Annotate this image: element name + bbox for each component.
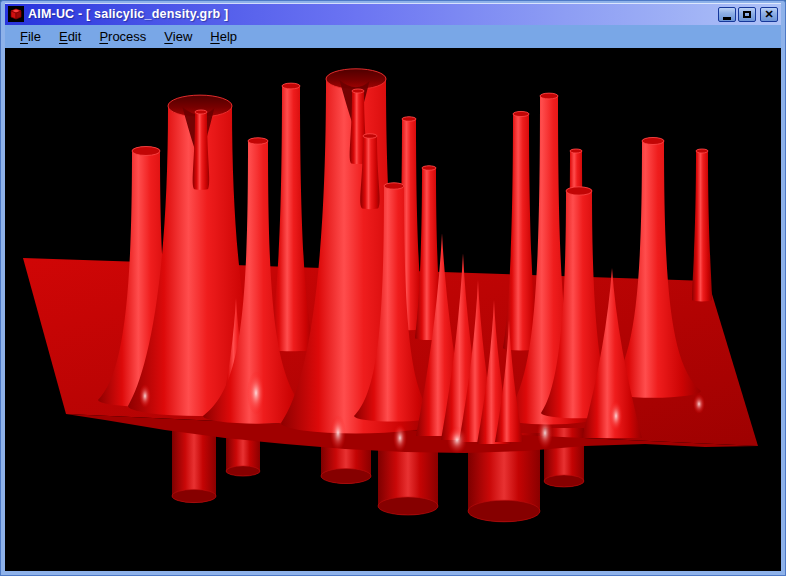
menu-bar: FileEditProcessViewHelp: [5, 25, 781, 48]
title-bar[interactable]: AIM-UC - [ salicylic_density.grb ] ✕: [5, 3, 781, 25]
spike-cap: [402, 117, 416, 121]
spike-opening: [326, 69, 386, 89]
spike-cap: [422, 166, 436, 170]
spike-cap: [513, 111, 529, 116]
density-spike: [360, 134, 379, 209]
window-controls: ✕: [716, 7, 778, 22]
density-spike: [193, 110, 210, 190]
spike-cap: [132, 147, 160, 156]
app-icon: [8, 6, 24, 22]
app-window: AIM-UC - [ salicylic_density.grb ] ✕ Fil…: [0, 0, 786, 576]
density-plot: [5, 48, 781, 571]
under-cylinder-cap: [544, 475, 584, 487]
minimize-icon: [723, 17, 731, 20]
spike-cap: [248, 138, 268, 144]
specular-highlight: [247, 371, 265, 415]
maximize-button[interactable]: [738, 7, 756, 22]
close-button[interactable]: ✕: [760, 7, 778, 22]
menu-item-file[interactable]: File: [11, 26, 50, 47]
specular-highlight: [139, 384, 151, 408]
spike-cap: [566, 187, 592, 195]
menu-item-process[interactable]: Process: [90, 26, 155, 47]
menu-item-help[interactable]: Help: [201, 26, 246, 47]
under-cylinder-cap: [468, 500, 540, 522]
menu-item-edit[interactable]: Edit: [50, 26, 90, 47]
under-cylinder-cap: [321, 469, 371, 484]
specular-highlight: [537, 417, 553, 449]
spike-cap: [384, 183, 404, 189]
spike-cap: [570, 149, 582, 153]
spike-cap: [282, 83, 300, 89]
specular-highlight: [447, 426, 467, 454]
spike-cap: [540, 93, 558, 99]
close-icon: ✕: [764, 9, 773, 20]
menu-item-view[interactable]: View: [155, 26, 201, 47]
under-cylinder-cap: [378, 497, 438, 515]
spike-cap: [642, 137, 664, 144]
window-title: AIM-UC - [ salicylic_density.grb ]: [28, 7, 716, 21]
maximize-icon: [743, 11, 751, 18]
spike-cap: [352, 89, 364, 93]
under-cylinder-cap: [226, 466, 260, 476]
specular-highlight: [330, 415, 346, 451]
spike-cap: [195, 110, 207, 114]
specular-highlight: [393, 424, 407, 452]
specular-highlight: [609, 400, 623, 432]
spike-cap: [363, 134, 377, 138]
density-viewport[interactable]: [5, 48, 781, 571]
under-cylinder-cap: [172, 489, 216, 502]
spike-cap: [696, 149, 708, 153]
specular-highlight: [693, 394, 705, 414]
minimize-button[interactable]: [718, 7, 736, 22]
